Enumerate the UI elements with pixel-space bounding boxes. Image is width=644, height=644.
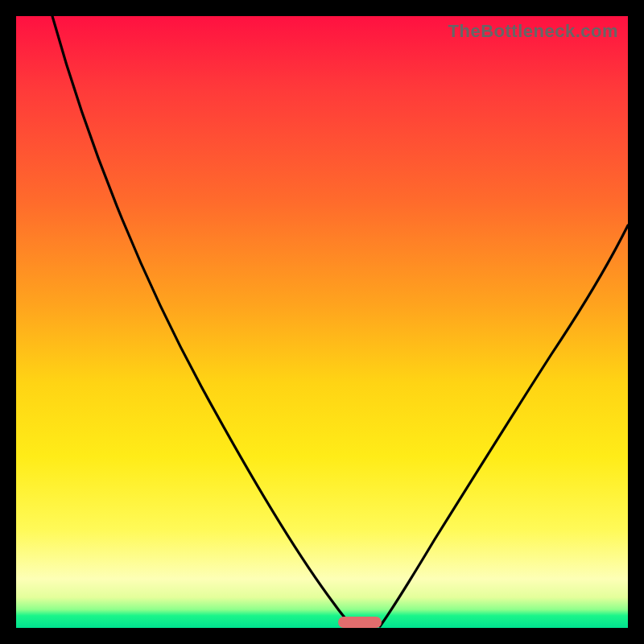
bottleneck-curve-right (380, 225, 628, 626)
bottleneck-curve-left (52, 16, 353, 626)
optimum-marker (338, 617, 382, 628)
chart-frame: TheBottleneck.com (0, 0, 644, 644)
curve-layer (16, 16, 628, 628)
plot-area: TheBottleneck.com (16, 16, 628, 628)
